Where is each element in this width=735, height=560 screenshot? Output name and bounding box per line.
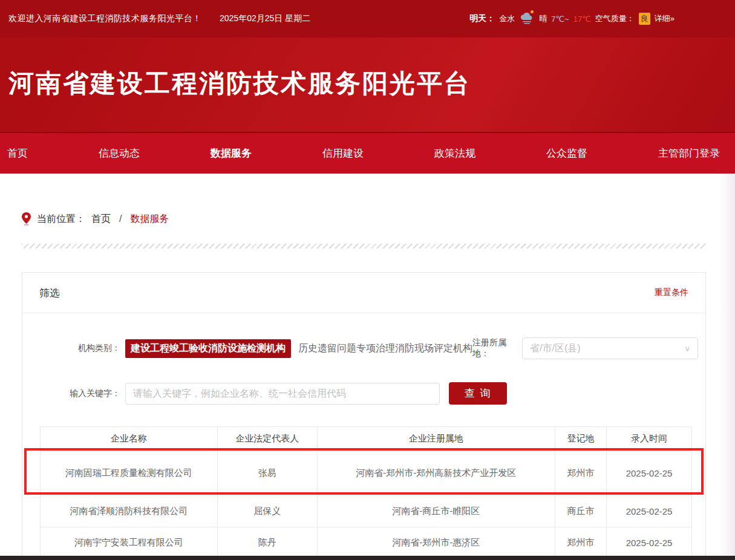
col-header-registered-place: 企业注册属地 xyxy=(317,427,555,451)
welcome-text: 欢迎进入河南省建设工程消防技术服务阳光平台！ xyxy=(8,13,201,24)
breadcrumb: 当前位置： 首页 / 数据服务 xyxy=(22,212,169,226)
table-row[interactable]: 河南宇宁安装工程有限公司 陈丹 河南省-郑州市-惠济区 郑州市 2025-02-… xyxy=(41,527,692,559)
cell-legal-rep: 陈丹 xyxy=(217,527,317,559)
category-label: 机构类别： xyxy=(42,343,120,354)
edge-tint xyxy=(719,174,735,560)
temp-high: 17℃ xyxy=(573,15,591,24)
cell-record-place: 商丘市 xyxy=(555,496,607,527)
air-quality-label: 空气质量： xyxy=(595,13,635,24)
nav-item-home[interactable]: 首页 xyxy=(7,146,28,160)
filter-panel: 筛选 重置条件 机构类别： 建设工程竣工验收消防设施检测机构 历史遗留问题专项治… xyxy=(22,272,706,560)
keyword-row: 输入关键字： 查 询 xyxy=(22,382,705,405)
search-button[interactable]: 查 询 xyxy=(449,382,507,405)
cell-record-place: 郑州市 xyxy=(555,451,607,496)
cell-entry-time: 2025-02-25 xyxy=(607,527,692,559)
keyword-label: 输入关键字： xyxy=(42,388,120,399)
table-row[interactable]: 河南省泽顺消防科技有限公司 屈保义 河南省-商丘市-睢阳区 商丘市 2025-0… xyxy=(41,496,692,527)
breadcrumb-label: 当前位置： xyxy=(37,213,85,226)
weather-detail-link[interactable]: 详细» xyxy=(655,13,675,24)
cell-registered-place: 河南省-商丘市-睢阳区 xyxy=(317,496,555,527)
cell-company: 河南宇宁安装工程有限公司 xyxy=(41,527,218,559)
nav-item-policy[interactable]: 政策法规 xyxy=(434,146,475,160)
cell-registered-place: 河南省-郑州市-惠济区 xyxy=(317,527,555,559)
nav-item-news[interactable]: 信息动态 xyxy=(99,146,140,160)
keyword-input[interactable] xyxy=(125,383,440,405)
region-group: 注册所属地： 省/市/区(县) ∨ xyxy=(472,337,698,359)
col-header-record-place: 登记地 xyxy=(555,427,607,451)
site-header: 河南省建设工程消防技术服务阳光平台 xyxy=(0,37,735,132)
reset-conditions-link[interactable]: 重置条件 xyxy=(655,287,688,298)
page: 欢迎进入河南省建设工程消防技术服务阳光平台！ 2025年02月25日 星期二 明… xyxy=(0,0,735,560)
nav-item-data-service[interactable]: 数据服务 xyxy=(211,146,252,160)
table-row[interactable]: 河南固瑞工程质量检测有限公司 张易 河南省-郑州市-郑州高新技术产业开发区 郑州… xyxy=(41,451,692,496)
breadcrumb-separator: / xyxy=(119,213,122,224)
content-area: 当前位置： 首页 / 数据服务 筛选 重置条件 机构类别： 建设工程竣工验收消防… xyxy=(0,174,735,560)
slash-divider xyxy=(22,244,707,249)
nav-item-credit[interactable]: 信用建设 xyxy=(322,146,364,160)
results-table: 企业名称 企业法定代表人 企业注册属地 登记地 录入时间 河南固瑞工程质量检测有… xyxy=(40,426,692,559)
col-header-entry-time: 录入时间 xyxy=(607,427,692,451)
weather-widget: 明天： 金水 晴 7℃~ 17℃ 空气质量： 良 详细» xyxy=(469,13,675,25)
footer-strip xyxy=(0,556,735,560)
cell-legal-rep: 张易 xyxy=(217,451,317,496)
weather-condition: 晴 xyxy=(539,13,547,24)
cell-registered-place: 河南省-郑州市-郑州高新技术产业开发区 xyxy=(317,451,555,496)
category-option-unselected[interactable]: 历史遗留问题专项治理消防现场评定机构 xyxy=(298,342,472,355)
breadcrumb-current: 数据服务 xyxy=(130,213,169,226)
filter-header: 筛选 重置条件 xyxy=(22,273,705,313)
weather-label: 明天： xyxy=(469,13,495,24)
breadcrumb-home[interactable]: 首页 xyxy=(91,213,111,226)
date-text: 2025年02月25日 星期二 xyxy=(220,13,310,24)
region-select[interactable]: 省/市/区(县) ∨ xyxy=(522,337,698,359)
cell-record-place: 郑州市 xyxy=(555,527,607,559)
col-header-legal-rep: 企业法定代表人 xyxy=(217,427,317,451)
region-select-placeholder: 省/市/区(县) xyxy=(530,342,684,355)
cell-entry-time: 2025-02-25 xyxy=(607,451,692,496)
category-row: 机构类别： 建设工程竣工验收消防设施检测机构 历史遗留问题专项治理消防现场评定机… xyxy=(22,337,705,359)
region-label: 注册所属地： xyxy=(472,337,516,359)
location-pin-icon xyxy=(22,212,31,226)
temp-low: 7℃~ xyxy=(551,15,569,24)
nav-item-admin-login[interactable]: 主管部门登录 xyxy=(658,146,720,160)
site-title: 河南省建设工程消防技术服务阳光平台 xyxy=(8,67,471,100)
cell-legal-rep: 屈保义 xyxy=(217,496,317,527)
air-quality-badge: 良 xyxy=(639,13,650,25)
cloud-icon xyxy=(519,13,535,25)
nav-item-supervision[interactable]: 公众监督 xyxy=(546,146,587,160)
category-option-selected[interactable]: 建设工程竣工验收消防设施检测机构 xyxy=(125,339,291,358)
col-header-company: 企业名称 xyxy=(41,427,218,451)
table-header-row: 企业名称 企业法定代表人 企业注册属地 登记地 录入时间 xyxy=(41,427,692,451)
main-nav: 首页 信息动态 数据服务 信用建设 政策法规 公众监督 主管部门登录 xyxy=(0,132,735,174)
chevron-down-icon: ∨ xyxy=(684,344,690,353)
cell-entry-time: 2025-02-25 xyxy=(607,496,692,527)
filter-title: 筛选 xyxy=(39,286,60,300)
top-info-bar: 欢迎进入河南省建设工程消防技术服务阳光平台！ 2025年02月25日 星期二 明… xyxy=(0,0,735,37)
cell-company: 河南省泽顺消防科技有限公司 xyxy=(41,496,218,527)
cell-company: 河南固瑞工程质量检测有限公司 xyxy=(41,451,218,496)
weather-district: 金水 xyxy=(499,13,515,24)
